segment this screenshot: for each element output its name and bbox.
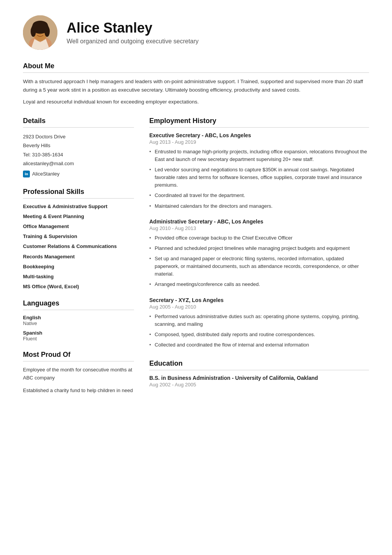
details-info: 2923 Doctors Drive Beverly Hills Tel: 31… [23, 132, 134, 179]
job-bullets-1: Provided office coverage backup to the C… [149, 234, 369, 289]
candidate-subtitle: Well organized and outgoing executive se… [67, 38, 199, 45]
proud-section: Most Proud Of Employee of the month for … [23, 351, 134, 394]
lang-name-1: Spanish [23, 330, 134, 336]
job-block-2: Secretary - XYZ, Los Angeles Aug 2005 - … [149, 297, 369, 349]
skills-section: Professional Skills Executive & Administ… [23, 188, 134, 291]
lang-name-0: English [23, 315, 134, 320]
skills-title: Professional Skills [23, 188, 134, 199]
linkedin-icon: in [23, 171, 30, 177]
skill-item-5: Records Management [23, 253, 134, 260]
svg-point-8 [36, 31, 38, 33]
about-para-2: Loyal and resourceful individual known f… [23, 98, 369, 106]
job-title-0: Executive Secretary - ABC, Los Angeles [149, 132, 369, 138]
about-section: About Me With a structured approach I he… [23, 62, 369, 106]
bullet-0-2: Coordinated all travel for the departmen… [149, 192, 369, 199]
lang-level-1: Fluent [23, 336, 134, 342]
skill-item-2: Office Management [23, 223, 134, 230]
right-column: Employment History Executive Secretary -… [149, 117, 369, 404]
job-title-2: Secretary - XYZ, Los Angeles [149, 297, 369, 303]
education-title: Education [149, 360, 369, 370]
bullet-0-1: Led vendor sourcing and negotiations to … [149, 166, 369, 189]
lang-level-0: Native [23, 320, 134, 326]
bullet-1-1: Planned and scheduled project timelines … [149, 245, 369, 252]
job-block-1: Administrative Secretary - ABC, Los Ange… [149, 218, 369, 289]
language-item-0: English Native [23, 315, 134, 326]
job-bullets-2: Performed various administrative duties … [149, 313, 369, 349]
avatar [23, 15, 57, 50]
skill-item-3: Training & Supervision [23, 233, 134, 240]
skill-item-1: Meeting & Event Planning [23, 213, 134, 220]
languages-title: Languages [23, 299, 134, 310]
bullet-1-2: Set up and managed paper or electronic f… [149, 255, 369, 278]
proud-title: Most Proud Of [23, 351, 134, 361]
bullet-0-0: Entrusted to manage high-priority projec… [149, 148, 369, 163]
svg-point-7 [32, 21, 49, 34]
edu-dates-0: Aug 2002 - Aug 2005 [149, 382, 369, 388]
employment-title: Employment History [149, 117, 369, 128]
skill-item-8: MS Office (Word, Excel) [23, 283, 134, 290]
skill-item-4: Customer Relations & Communications [23, 243, 134, 250]
skill-item-6: Bookkeeping [23, 263, 134, 270]
job-dates-2: Aug 2005 - Aug 2010 [149, 304, 369, 310]
details-title: Details [23, 117, 134, 128]
bullet-2-0: Performed various administrative duties … [149, 313, 369, 328]
education-section: Education B.S. in Business Administratio… [149, 360, 369, 388]
job-title-1: Administrative Secretary - ABC, Los Ange… [149, 218, 369, 225]
bullet-1-0: Provided office coverage backup to the C… [149, 234, 369, 242]
bullet-0-3: Maintained calendars for the directors a… [149, 202, 369, 210]
edu-degree-0: B.S. in Business Administration - Univer… [149, 375, 369, 381]
city-line: Beverly Hills [23, 141, 134, 150]
left-column: Details 2923 Doctors Drive Beverly Hills… [23, 117, 134, 404]
job-dates-0: Aug 2013 - Aug 2019 [149, 139, 369, 145]
job-bullets-0: Entrusted to manage high-priority projec… [149, 148, 369, 210]
job-block-0: Executive Secretary - ABC, Los Angeles A… [149, 132, 369, 210]
proud-item-0: Employee of the month for consecutive mo… [23, 366, 134, 382]
bullet-2-2: Collected and coordinated the flow of in… [149, 341, 369, 349]
header-text: Alice Stanley Well organized and outgoin… [67, 20, 199, 45]
language-item-1: Spanish Fluent [23, 330, 134, 342]
skill-item-0: Executive & Administrative Support [23, 203, 134, 210]
svg-point-10 [39, 34, 41, 35]
email-line: alicestanley@mail.com [23, 159, 134, 168]
bullet-1-3: Arranged meetings/conference calls as ne… [149, 281, 369, 288]
address-line: 2923 Doctors Drive [23, 132, 134, 141]
tel-line: Tel: 310-385-1634 [23, 150, 134, 159]
employment-section: Employment History Executive Secretary -… [149, 117, 369, 349]
about-para-1: With a structured approach I help manage… [23, 77, 369, 94]
linkedin-handle: AliceStanley [32, 169, 60, 178]
details-section: Details 2923 Doctors Drive Beverly Hills… [23, 117, 134, 179]
proud-item-1: Established a charity fund to help child… [23, 387, 134, 395]
languages-section: Languages English Native Spanish Fluent [23, 299, 134, 342]
job-dates-1: Aug 2010 - Aug 2013 [149, 225, 369, 231]
linkedin-row: in AliceStanley [23, 169, 134, 178]
bullet-2-1: Composed, typed, distributed daily repor… [149, 331, 369, 338]
about-title: About Me [23, 62, 369, 73]
resume-header: Alice Stanley Well organized and outgoin… [23, 15, 369, 50]
two-col-layout: Details 2923 Doctors Drive Beverly Hills… [23, 117, 369, 404]
svg-point-9 [42, 31, 44, 33]
skill-item-7: Multi-tasking [23, 273, 134, 280]
candidate-name: Alice Stanley [67, 20, 199, 36]
